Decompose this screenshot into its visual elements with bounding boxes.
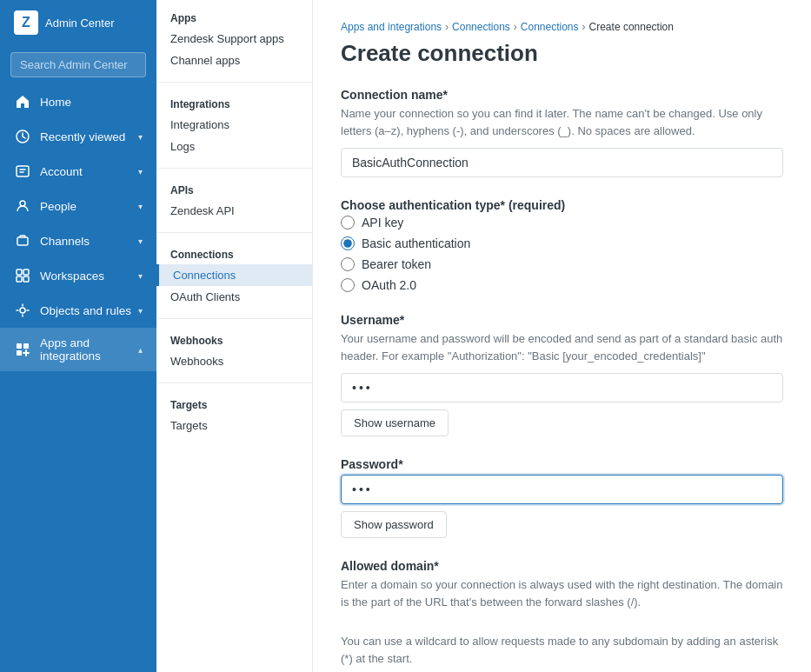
svg-rect-10 xyxy=(23,343,29,349)
radio-basic-auth-label: Basic authentication xyxy=(362,236,470,250)
radio-oauth2[interactable]: OAuth 2.0 xyxy=(341,278,783,292)
username-desc: Your username and password will be encod… xyxy=(341,330,783,364)
sidebar-item-label: Objects and rules xyxy=(40,304,138,317)
svg-point-8 xyxy=(20,308,25,313)
breadcrumb-connections-2[interactable]: Connections xyxy=(521,21,579,33)
allowed-domain-section: Allowed domain* Enter a domain so your c… xyxy=(341,559,783,672)
sub-item-zendesk-support-apps[interactable]: Zendesk Support apps xyxy=(156,28,312,50)
sidebar-item-home[interactable]: Home xyxy=(0,84,156,119)
home-icon xyxy=(14,93,31,110)
sidebar-item-label: Workspaces xyxy=(40,269,138,283)
layout: Apps Zendesk Support apps Channel apps I… xyxy=(156,0,811,672)
breadcrumb-sep-1: › xyxy=(445,21,449,33)
sidebar-item-workspaces[interactable]: Workspaces ▾ xyxy=(0,258,156,293)
breadcrumb-sep-2: › xyxy=(514,21,517,33)
username-label: Username* xyxy=(341,313,783,327)
svg-rect-11 xyxy=(17,350,22,356)
sidebar-item-recently-viewed[interactable]: Recently viewed ▾ xyxy=(0,119,156,154)
breadcrumb-current: Create connection xyxy=(589,21,674,33)
sidebar-item-objects-and-rules[interactable]: Objects and rules ▾ xyxy=(0,293,156,328)
allowed-domain-desc1: Enter a domain so your connection is alw… xyxy=(341,576,783,610)
sub-section-webhooks: Webhooks Webhooks xyxy=(156,323,312,379)
sub-section-connections: Connections Connections OAuth Clients xyxy=(156,236,312,315)
username-input[interactable] xyxy=(341,373,783,403)
sub-section-title-integrations: Integrations xyxy=(156,93,312,114)
connection-name-input[interactable] xyxy=(341,148,783,177)
sidebar-item-label: Apps and integrations xyxy=(40,336,138,363)
main-content: Apps and integrations › Connections › Co… xyxy=(313,0,811,672)
sub-section-title-webhooks: Webhooks xyxy=(156,329,312,350)
connection-name-section: Connection name* Name your connection so… xyxy=(341,88,783,177)
sub-item-connections[interactable]: Connections xyxy=(156,264,312,286)
clock-icon xyxy=(14,128,31,145)
svg-rect-4 xyxy=(17,269,22,275)
apps-integrations-icon xyxy=(14,341,31,358)
radio-api-key[interactable]: API key xyxy=(341,216,783,230)
password-input[interactable] xyxy=(341,475,783,504)
chevron-down-icon: ▾ xyxy=(138,167,143,176)
sub-item-targets[interactable]: Targets xyxy=(156,415,312,436)
sub-sidebar: Apps Zendesk Support apps Channel apps I… xyxy=(156,0,313,672)
sidebar-item-account[interactable]: Account ▾ xyxy=(0,154,156,189)
radio-basic-auth-input[interactable] xyxy=(341,236,355,250)
auth-type-label: Choose authentication type* (required) xyxy=(341,198,783,212)
connection-name-desc: Name your connection so you can find it … xyxy=(341,105,783,139)
sub-section-targets: Targets Targets xyxy=(156,387,312,443)
sidebar-item-label: Channels xyxy=(40,235,138,248)
radio-bearer-token-label: Bearer token xyxy=(362,257,431,271)
search-container xyxy=(0,45,156,84)
sidebar-item-label: Recently viewed xyxy=(40,130,138,143)
connection-name-label: Connection name* xyxy=(341,88,783,102)
chevron-up-icon: ▴ xyxy=(138,345,143,355)
people-icon xyxy=(14,197,31,215)
auth-type-section: Choose authentication type* (required) A… xyxy=(341,198,783,292)
sub-section-apis: APIs Zendesk API xyxy=(156,172,312,229)
sidebar: Z Admin Center Home Recently viewed ▾ Ac… xyxy=(0,0,156,672)
radio-basic-auth[interactable]: Basic authentication xyxy=(341,236,783,250)
page-title: Create connection xyxy=(341,40,783,67)
allowed-domain-label: Allowed domain* xyxy=(341,559,783,573)
sidebar-item-label: People xyxy=(40,200,138,213)
radio-bearer-token[interactable]: Bearer token xyxy=(341,257,783,271)
breadcrumb: Apps and integrations › Connections › Co… xyxy=(341,21,783,33)
chevron-down-icon: ▾ xyxy=(138,271,143,281)
chevron-down-icon: ▾ xyxy=(138,132,143,142)
svg-rect-1 xyxy=(17,166,29,176)
sub-item-zendesk-api[interactable]: Zendesk API xyxy=(156,200,312,222)
chevron-down-icon: ▾ xyxy=(138,236,143,246)
account-icon xyxy=(14,163,31,180)
breadcrumb-apps-integrations[interactable]: Apps and integrations xyxy=(341,21,442,33)
radio-api-key-input[interactable] xyxy=(341,216,355,230)
sidebar-item-apps-and-integrations[interactable]: Apps and integrations ▴ xyxy=(0,328,156,371)
svg-rect-7 xyxy=(23,276,29,282)
svg-rect-3 xyxy=(17,237,28,245)
chevron-down-icon: ▾ xyxy=(138,202,143,211)
sub-item-logs[interactable]: Logs xyxy=(156,136,312,157)
radio-bearer-token-input[interactable] xyxy=(341,257,355,271)
channels-icon xyxy=(14,232,31,250)
breadcrumb-connections-1[interactable]: Connections xyxy=(452,21,510,33)
show-password-button[interactable]: Show password xyxy=(341,511,447,538)
search-input[interactable] xyxy=(10,52,146,77)
show-username-button[interactable]: Show username xyxy=(341,409,449,436)
svg-point-2 xyxy=(20,201,25,206)
sidebar-item-channels[interactable]: Channels ▾ xyxy=(0,223,156,258)
workspaces-icon xyxy=(14,267,31,284)
sub-section-title-targets: Targets xyxy=(156,394,312,415)
auth-type-radio-group: API key Basic authentication Bearer toke… xyxy=(341,216,783,292)
sub-item-oauth-clients[interactable]: OAuth Clients xyxy=(156,286,312,308)
chevron-down-icon: ▾ xyxy=(138,306,143,316)
username-section: Username* Your username and password wil… xyxy=(341,313,783,436)
sub-item-webhooks[interactable]: Webhooks xyxy=(156,350,312,372)
sub-item-channel-apps[interactable]: Channel apps xyxy=(156,50,312,71)
sub-section-title-connections: Connections xyxy=(156,243,312,264)
sub-section-apps: Apps Zendesk Support apps Channel apps xyxy=(156,0,312,78)
svg-rect-6 xyxy=(17,276,22,282)
sub-section-title-apps: Apps xyxy=(156,7,312,28)
sidebar-item-label: Home xyxy=(40,96,143,109)
sub-item-integrations[interactable]: Integrations xyxy=(156,114,312,136)
radio-oauth2-input[interactable] xyxy=(341,278,355,292)
breadcrumb-sep-3: › xyxy=(582,21,586,33)
objects-rules-icon xyxy=(14,302,31,319)
sidebar-item-people[interactable]: People ▾ xyxy=(0,189,156,223)
